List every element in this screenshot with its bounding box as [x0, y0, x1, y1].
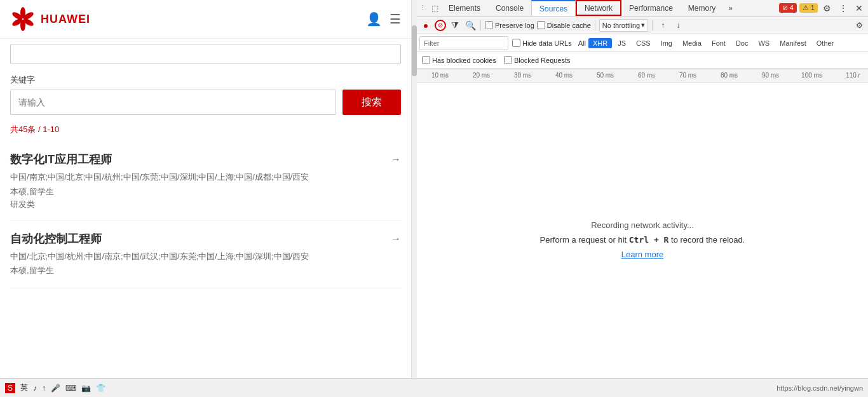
job-type-0: 研发类 [10, 199, 401, 210]
tab-performance[interactable]: Performance [621, 0, 681, 16]
top-search-bar[interactable] [10, 44, 401, 64]
error-badge: ⊘ 4 [779, 3, 797, 13]
blocked-requests-label[interactable]: Blocked Requests [504, 56, 571, 64]
tick-90ms: 90 ms [750, 72, 791, 79]
network-content: Recording network activity... Perform a … [417, 83, 868, 397]
disable-cache-checkbox[interactable] [537, 21, 545, 29]
filter-type-ws[interactable]: WS [754, 38, 774, 48]
taskbar-item-1[interactable]: 英 [20, 382, 28, 393]
toolbar-sep-3 [652, 20, 653, 30]
export-button[interactable]: ↓ [672, 19, 684, 32]
settings-gear-button[interactable]: ⚙ [853, 19, 865, 32]
tab-elements[interactable]: Elements [441, 0, 488, 16]
learn-more-link[interactable]: Learn more [621, 250, 663, 259]
tab-network[interactable]: Network [576, 0, 621, 16]
stop-button[interactable]: ⊘ [435, 20, 446, 31]
filter-type-font[interactable]: Font [707, 38, 730, 48]
devtools-panel: ⋮ ⬚ Elements Console Sources Network Per… [417, 0, 868, 397]
tick-10ms: 10 ms [419, 72, 461, 79]
tab-elements-label: Elements [449, 4, 480, 13]
import-button[interactable]: ↑ [656, 19, 669, 32]
tab-performance-label: Performance [629, 4, 673, 13]
taskbar-url: https://blog.csdn.net/yingwn [776, 384, 863, 392]
menu-icon[interactable]: ☰ [390, 11, 401, 27]
toolbar-sep-1 [480, 20, 481, 30]
throttling-arrow: ▾ [641, 21, 645, 29]
header-icons: 👤 ☰ [366, 11, 401, 27]
disable-cache-label[interactable]: Disable cache [537, 21, 591, 29]
taskbar-item-3[interactable]: ↑ [42, 384, 46, 393]
taskbar-item-4[interactable]: 🎤 [51, 384, 60, 393]
filter-type-img[interactable]: Img [656, 38, 677, 48]
filter-row-2: Has blocked cookies Blocked Requests [417, 52, 868, 69]
search-icon-button[interactable]: 🔍 [464, 19, 477, 32]
settings-icon[interactable]: ⚙ [820, 3, 834, 13]
job-arrow-0: → [391, 154, 401, 165]
filter-type-css[interactable]: CSS [632, 38, 655, 48]
filter-type-xhr[interactable]: XHR [588, 38, 612, 48]
taskbar-item-5[interactable]: ⌨ [65, 384, 76, 393]
job-edu-0: 本硕,留学生 [10, 186, 401, 198]
header: HUAWEI 👤 ☰ [0, 0, 411, 39]
tab-console[interactable]: Console [488, 0, 531, 16]
throttling-text: No throttling [602, 22, 640, 29]
tick-40ms: 40 ms [543, 72, 585, 79]
tab-console-label: Console [496, 4, 524, 13]
search-button[interactable]: 搜索 [342, 90, 401, 115]
perform-request-message: Perform a request or hit Ctrl + R to rec… [540, 235, 745, 245]
tick-50ms: 50 ms [585, 72, 626, 79]
job-item-0: 数字化IT应用工程师 → 中国/南京;中国/北京;中国/杭州;中国/东莞;中国/… [10, 142, 401, 221]
tick-60ms: 60 ms [626, 72, 667, 79]
job-title-1[interactable]: 自动化控制工程师 [10, 231, 102, 246]
keyword-input[interactable] [10, 90, 336, 115]
tab-sources-label: Sources [539, 4, 567, 13]
filter-type-other[interactable]: Other [812, 38, 839, 48]
tick-20ms: 20 ms [461, 72, 502, 79]
has-blocked-cookies-label[interactable]: Has blocked cookies [422, 56, 496, 64]
tab-network-label: Network [585, 4, 613, 13]
job-edu-1: 本硕,留学生 [10, 265, 401, 276]
hide-data-urls-text: Hide data URLs [522, 39, 572, 47]
preserve-log-checkbox[interactable] [485, 21, 493, 29]
tab-memory[interactable]: Memory [681, 0, 723, 16]
filter-type-manifest[interactable]: Manifest [775, 38, 811, 48]
job-title-0[interactable]: 数字化IT应用工程师 [10, 152, 112, 167]
tab-more[interactable]: » [723, 4, 738, 13]
huawei-logo [10, 6, 36, 32]
keyword-label: 关键字 [10, 74, 401, 86]
filter-input[interactable] [419, 36, 508, 50]
filter-type-doc[interactable]: Doc [731, 38, 753, 48]
job-list: 数字化IT应用工程师 → 中国/南京;中国/北京;中国/杭州;中国/东莞;中国/… [0, 142, 411, 288]
taskbar-item-2[interactable]: ♪ [33, 384, 37, 393]
filter-type-media[interactable]: Media [678, 38, 706, 48]
warning-badge: ⚠ 1 [799, 3, 818, 13]
devtools-badge-area: ⊘ 4 ⚠ 1 ⚙ ⋮ ✕ [779, 3, 868, 13]
devtools-close-icon[interactable]: ✕ [853, 3, 865, 13]
recording-message: Recording network activity... [591, 220, 694, 230]
hide-data-urls-checkbox[interactable] [512, 39, 520, 47]
blocked-requests-checkbox[interactable] [504, 56, 512, 64]
taskbar-item-0[interactable]: S [5, 383, 15, 393]
has-blocked-cookies-text: Has blocked cookies [432, 57, 496, 64]
scrollbar-thumb [412, 25, 417, 76]
taskbar-item-6[interactable]: 📷 [81, 384, 91, 393]
tick-100ms: 100 ms [791, 72, 832, 79]
msg-sub1: Perform a request or hit [540, 235, 629, 245]
blocked-requests-text: Blocked Requests [514, 57, 571, 64]
record-button[interactable]: ● [419, 19, 432, 32]
keyword-section: 关键字 搜索 [0, 69, 411, 118]
user-icon[interactable]: 👤 [366, 11, 382, 27]
throttling-select[interactable]: No throttling ▾ [599, 19, 648, 32]
filter-icon-button[interactable]: ⧩ [449, 19, 461, 32]
has-blocked-cookies-checkbox[interactable] [422, 56, 430, 64]
tab-sources[interactable]: Sources [531, 0, 576, 16]
devtools-more-icon[interactable]: ⋮ [836, 3, 850, 13]
left-scrollbar[interactable] [412, 0, 417, 397]
job-title-row-1: 自动化控制工程师 → [10, 231, 401, 246]
job-arrow-1: → [391, 233, 401, 245]
devtools-inspect-icon[interactable]: ⬚ [429, 4, 441, 13]
preserve-log-label[interactable]: Preserve log [485, 21, 534, 29]
hide-data-urls-label[interactable]: Hide data URLs [512, 39, 572, 47]
taskbar-item-7[interactable]: 👕 [96, 384, 105, 393]
filter-type-js[interactable]: JS [613, 38, 630, 48]
